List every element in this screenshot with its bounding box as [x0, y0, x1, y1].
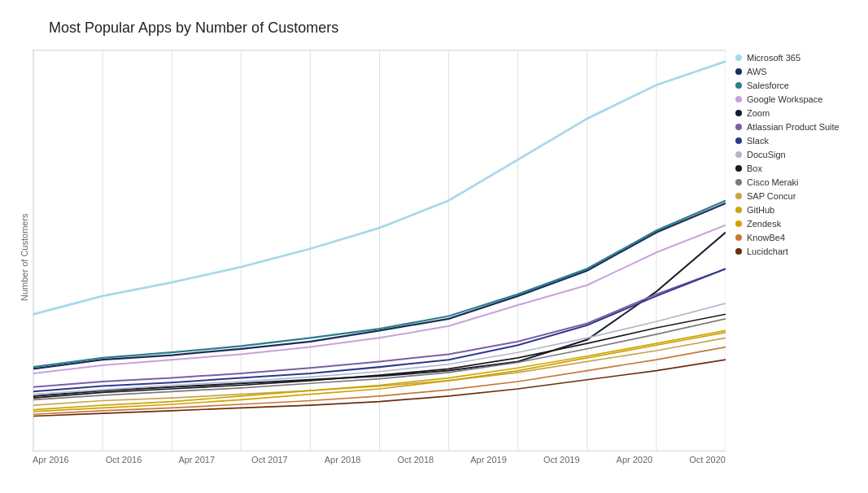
x-label-8: Apr 2020	[617, 455, 653, 465]
legend-item-0: Microsoft 365	[735, 53, 852, 63]
legend-item-10: SAP Concur	[735, 191, 852, 201]
legend-label-4: Zoom	[747, 108, 770, 118]
chart-legend: Microsoft 365AWSSalesforceGoogle Workspa…	[726, 50, 852, 465]
x-label-7: Oct 2019	[543, 455, 580, 465]
x-label-5: Oct 2018	[397, 455, 434, 465]
x-label-1: Oct 2016	[106, 455, 142, 465]
chart-container: Most Popular Apps by Number of Customers…	[0, 0, 868, 493]
legend-label-0: Microsoft 365	[747, 53, 800, 63]
legend-dot-4	[735, 110, 742, 116]
legend-item-7: DocuSign	[735, 150, 852, 159]
legend-dot-10	[735, 193, 742, 199]
legend-dot-11	[735, 207, 742, 213]
legend-item-3: Google Workspace	[735, 94, 852, 104]
legend-dot-1	[735, 68, 742, 75]
x-label-6: Apr 2019	[470, 455, 507, 465]
legend-item-2: Salesforce	[735, 81, 852, 90]
legend-item-11: GitHub	[735, 205, 852, 215]
legend-dot-12	[735, 220, 742, 227]
legend-label-8: Box	[747, 164, 762, 173]
x-label-9: Oct 2020	[689, 455, 726, 465]
line-chart-svg	[33, 50, 726, 452]
legend-label-9: Cisco Meraki	[747, 177, 799, 187]
legend-dot-0	[735, 55, 742, 61]
legend-dot-14	[735, 248, 742, 255]
legend-item-14: Lucidchart	[735, 246, 852, 256]
legend-dot-5	[735, 124, 742, 130]
legend-item-4: Zoom	[735, 108, 852, 118]
legend-item-6: Slack	[735, 136, 852, 146]
y-axis-label: Number of Customers	[16, 50, 33, 465]
chart-main: Apr 2016 Oct 2016 Apr 2017 Oct 2017 Apr …	[33, 50, 726, 465]
legend-label-10: SAP Concur	[747, 191, 796, 201]
chart-title: Most Popular Apps by Number of Customers	[49, 20, 852, 37]
legend-label-1: AWS	[747, 67, 767, 76]
legend-item-13: KnowBe4	[735, 233, 852, 242]
legend-label-5: Atlassian Product Suite	[747, 122, 840, 132]
legend-dot-2	[735, 82, 742, 89]
legend-label-3: Google Workspace	[747, 94, 822, 104]
legend-dot-6	[735, 137, 742, 144]
legend-dot-7	[735, 151, 742, 158]
legend-label-14: Lucidchart	[747, 246, 788, 256]
legend-label-11: GitHub	[747, 205, 774, 215]
legend-item-12: Zendesk	[735, 219, 852, 229]
x-label-2: Apr 2017	[178, 455, 215, 465]
legend-item-5: Atlassian Product Suite	[735, 122, 852, 132]
legend-label-7: DocuSign	[747, 150, 786, 159]
legend-label-12: Zendesk	[747, 219, 781, 229]
legend-dot-3	[735, 96, 742, 103]
legend-item-8: Box	[735, 164, 852, 173]
legend-item-1: AWS	[735, 67, 852, 76]
legend-dot-8	[735, 165, 742, 172]
x-label-3: Oct 2017	[251, 455, 288, 465]
legend-item-9: Cisco Meraki	[735, 177, 852, 187]
legend-label-13: KnowBe4	[747, 233, 785, 242]
chart-area: Number of Customers	[16, 50, 852, 465]
legend-label-2: Salesforce	[747, 81, 789, 90]
legend-label-6: Slack	[747, 136, 769, 146]
legend-dot-9	[735, 179, 742, 185]
legend-dot-13	[735, 234, 742, 241]
x-axis-labels: Apr 2016 Oct 2016 Apr 2017 Oct 2017 Apr …	[33, 452, 726, 465]
x-label-4: Apr 2018	[325, 455, 361, 465]
x-label-0: Apr 2016	[33, 455, 69, 465]
